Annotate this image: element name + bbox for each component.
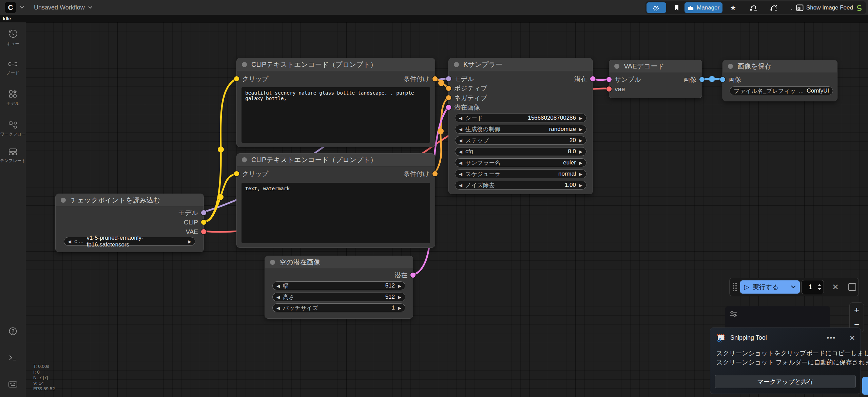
prev-value-icon[interactable]: ◀ [68, 239, 71, 244]
node-header[interactable]: CLIPテキストエンコード（プロンプト） [237, 58, 435, 71]
node-header[interactable]: 画像を保存 [723, 60, 837, 73]
collapse-dot-icon[interactable] [614, 64, 619, 69]
model-port[interactable] [446, 76, 451, 81]
filter-panel[interactable] [725, 306, 830, 331]
sidebar-help-button[interactable] [0, 327, 26, 336]
prev-value-icon[interactable]: ◀ [459, 138, 462, 143]
clear-queue-button[interactable]: ✕ [832, 282, 839, 292]
node-header[interactable]: 空の潜在画像 [265, 256, 413, 269]
samples-port[interactable] [606, 77, 612, 82]
prev-value-icon[interactable]: ◀ [459, 183, 462, 187]
next-value-icon[interactable]: ▶ [398, 295, 401, 299]
collapse-dot-icon[interactable] [270, 260, 275, 265]
prev-value-icon[interactable]: ◀ [459, 150, 462, 154]
image-port[interactable] [699, 77, 705, 82]
favorites-button[interactable]: ★ [723, 2, 743, 13]
filename-prefix-widget[interactable]: ファイル名_プレフィッ ... ComfyUI [730, 86, 833, 95]
sidebar-shortcuts-button[interactable] [0, 381, 26, 388]
zoom-in-button[interactable]: + [854, 305, 859, 315]
batch-size-widget[interactable]: ◀ バッチサイズ 1 ▶ [272, 303, 405, 312]
vae-port[interactable] [606, 86, 612, 92]
chevron-down-icon[interactable] [791, 285, 796, 289]
image-port[interactable] [720, 77, 725, 82]
chevron-down-icon[interactable] [20, 6, 24, 9]
ckpt-name-widget[interactable]: ◀ c ... v1-5-pruned-emaonly-fp16.safeten… [64, 237, 195, 246]
queue-progress-tab[interactable] [862, 377, 868, 395]
batch-count-input[interactable]: 1 [802, 280, 824, 294]
next-value-icon[interactable]: ▶ [579, 183, 582, 187]
sidebar-item-templates[interactable]: テンプレート [0, 148, 26, 164]
prompt-textarea[interactable]: beautiful scenery nature glass bottle la… [242, 87, 430, 143]
next-value-icon[interactable]: ▶ [579, 138, 582, 143]
node-clip-text-encode-negative[interactable]: CLIPテキストエンコード（プロンプト） クリップ 条件付け text, wat… [236, 153, 435, 248]
node-empty-latent-image[interactable]: 空の潜在画像 潜在 ◀ 幅 512 ▶ ◀ 高さ 512 ▶ ◀ バッチサイズ … [265, 256, 413, 319]
sidebar-item-models[interactable]: モデル [0, 90, 26, 106]
prev-value-icon[interactable]: ◀ [276, 306, 280, 310]
denoise-widget[interactable]: ◀ ノイズ除去 1.00 ▶ [455, 181, 586, 190]
node-ksampler[interactable]: Kサンプラー モデル ポジティブ ネガティブ 潜在画像 潜在 ◀ シード 156… [448, 58, 593, 194]
node-load-checkpoint[interactable]: チェックポイントを読み込む モデル CLIP VAE ◀ c ... v1-5-… [55, 194, 204, 252]
latent-image-port[interactable] [446, 105, 451, 110]
collapse-dot-icon[interactable] [454, 62, 459, 67]
next-value-icon[interactable]: ▶ [398, 284, 401, 288]
node-header[interactable]: Kサンプラー [449, 58, 593, 71]
node-save-image[interactable]: 画像を保存 画像 ファイル名_プレフィッ ... ComfyUI [722, 60, 837, 101]
prev-value-icon[interactable]: ◀ [276, 295, 280, 299]
more-options-icon[interactable]: ••• [827, 334, 836, 342]
clean-all-button[interactable] [764, 2, 784, 13]
clip-port[interactable] [234, 76, 239, 81]
sidebar-item-workflows[interactable]: ワークフロー [0, 121, 26, 137]
prev-value-icon[interactable]: ◀ [276, 284, 280, 288]
conditioning-port[interactable] [432, 171, 438, 176]
sidebar-item-nodes[interactable]: ノード [0, 61, 26, 76]
latent-port[interactable] [590, 76, 595, 81]
height-widget[interactable]: ◀ 高さ 512 ▶ [272, 293, 405, 301]
model-port[interactable] [201, 210, 206, 215]
next-value-icon[interactable]: ▶ [579, 172, 582, 176]
next-value-icon[interactable]: ▶ [188, 239, 191, 244]
node-header[interactable]: CLIPテキストエンコード（プロンプト） [237, 154, 435, 166]
steps-widget[interactable]: ◀ ステップ 20 ▶ [455, 136, 586, 145]
collapse-dot-icon[interactable] [728, 64, 733, 69]
control-after-generate-widget[interactable]: ◀ 生成後の制御 randomize ▶ [455, 125, 586, 134]
vae-port[interactable] [201, 229, 206, 234]
markup-share-button[interactable]: マークアップと共有 [715, 375, 856, 388]
prev-value-icon[interactable]: ◀ [459, 161, 462, 165]
prompt-textarea[interactable]: text, watermark [242, 183, 430, 243]
width-widget[interactable]: ◀ 幅 512 ▶ [272, 281, 405, 290]
node-header[interactable]: チェックポイントを読み込む [56, 194, 204, 207]
seed-widget[interactable]: ◀ シード 156680208700286 ▶ [455, 114, 586, 122]
show-image-feed-button[interactable]: Show Image Feed [793, 2, 865, 13]
snipping-tool-toast[interactable]: Snipping Tool ••• ✕ スクリーンショットをクリップボードにコピ… [710, 327, 861, 394]
cfg-widget[interactable]: ◀ cfg 8.0 ▶ [455, 147, 586, 156]
sidebar-item-queue[interactable]: キュー [0, 30, 26, 47]
positive-port[interactable] [446, 86, 451, 91]
drag-handle-icon[interactable] [733, 283, 737, 291]
collapse-dot-icon[interactable] [242, 157, 247, 162]
collapse-dot-icon[interactable] [61, 198, 66, 203]
decrement-icon[interactable] [818, 288, 821, 290]
next-value-icon[interactable]: ▶ [579, 116, 582, 120]
prev-value-icon[interactable]: ◀ [459, 127, 462, 132]
node-clip-text-encode-positive[interactable]: CLIPテキストエンコード（プロンプト） クリップ 条件付け beautiful… [236, 58, 435, 147]
sampler-name-widget[interactable]: ◀ サンプラー名 euler ▶ [455, 158, 586, 167]
clean-workflow-button[interactable] [744, 2, 763, 13]
collapse-dot-icon[interactable] [242, 62, 247, 67]
prev-value-icon[interactable]: ◀ [459, 116, 462, 120]
run-button[interactable]: ▷ 実行する [740, 280, 800, 294]
graph-view-button[interactable] [647, 2, 666, 13]
next-value-icon[interactable]: ▶ [579, 150, 582, 154]
conditioning-port[interactable] [432, 76, 438, 81]
next-value-icon[interactable]: ▶ [398, 306, 401, 310]
negative-port[interactable] [446, 95, 451, 100]
prev-value-icon[interactable]: ◀ [459, 172, 462, 176]
node-vae-decode[interactable]: VAEデコード サンプル vae 画像 [609, 60, 702, 98]
clip-port[interactable] [201, 220, 206, 225]
latent-port[interactable] [410, 273, 416, 278]
close-icon[interactable]: ✕ [849, 334, 855, 342]
comfyui-logo[interactable]: C [5, 2, 16, 13]
next-value-icon[interactable]: ▶ [579, 127, 582, 132]
clip-port[interactable] [234, 171, 239, 176]
node-header[interactable]: VAEデコード [609, 60, 702, 73]
manager-button[interactable]: Manager [684, 2, 722, 13]
